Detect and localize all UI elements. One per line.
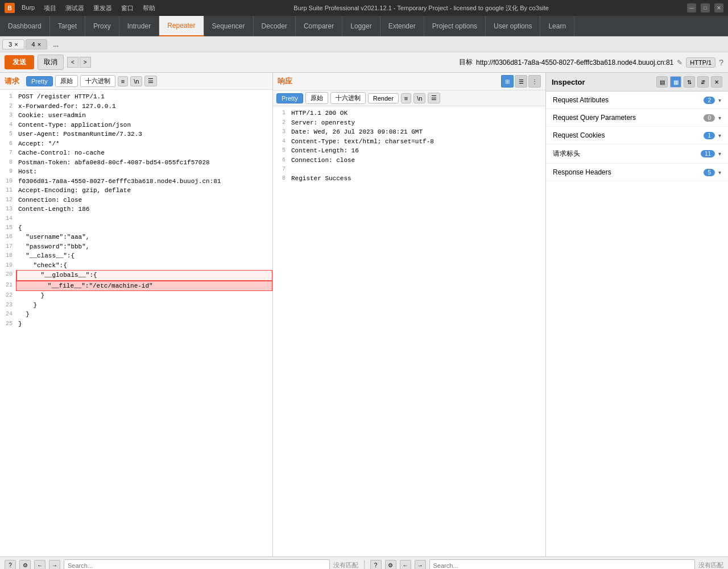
response-menu-btn[interactable]: ☰ xyxy=(428,93,440,103)
tab-sequencer[interactable]: Sequencer xyxy=(204,16,254,36)
req-line-8: 8Postman-Token: abfa0e8d-80cf-4087-bd54-… xyxy=(0,158,272,168)
tab-project-options[interactable]: Project options xyxy=(424,16,486,36)
view-horiz-btn[interactable]: ☰ xyxy=(515,75,527,88)
minimize-button[interactable]: — xyxy=(687,3,696,13)
inspector-badge-response-headers: 5 xyxy=(704,169,715,176)
tab-logger[interactable]: Logger xyxy=(342,16,380,36)
req-line-16: 16 "username":"aaa", xyxy=(0,232,272,242)
response-ln-btn[interactable]: \n xyxy=(413,93,425,103)
response-tab-pretty[interactable]: Pretty xyxy=(276,93,303,103)
nav-back-button[interactable]: < xyxy=(67,57,78,68)
req-line-4: 4Content-Type: application/json xyxy=(0,121,272,130)
request-menu-btn[interactable]: ☰ xyxy=(144,76,157,86)
req-line-2: 2x-Forwarded-for: 127.0.0.1 xyxy=(0,102,272,111)
maximize-button[interactable]: □ xyxy=(701,3,710,13)
tab-intruder[interactable]: Intruder xyxy=(119,16,159,36)
req-line-5: 5User-Agent: PostmanRuntime/7.32.3 xyxy=(0,130,272,139)
tab-decoder[interactable]: Decoder xyxy=(254,16,296,36)
bottom-fwd-btn-right[interactable]: → xyxy=(415,560,426,570)
bottom-back-btn-left[interactable]: ← xyxy=(34,560,46,570)
search-input-left[interactable] xyxy=(64,559,330,570)
chevron-icon-1: ▾ xyxy=(718,115,721,121)
tab-row: 3 × 4 × ... xyxy=(0,36,728,52)
close-button[interactable]: ✕ xyxy=(714,3,723,13)
req-line-23: 23 } xyxy=(0,301,272,310)
repeater-tab-4[interactable]: 4 × xyxy=(26,39,48,49)
more-tabs[interactable]: ... xyxy=(48,39,63,49)
inspector-badge-request-attributes: 2 xyxy=(704,97,715,104)
search-input-right[interactable] xyxy=(429,559,696,570)
inspector-label-response-headers: Response Headers xyxy=(553,168,611,176)
resp-line-2: 2Server: openresty xyxy=(273,118,545,128)
send-button[interactable]: 发送 xyxy=(5,55,34,69)
tab-repeater[interactable]: Repeater xyxy=(159,16,204,36)
bottom-settings-btn-left[interactable]: ⚙ xyxy=(19,560,31,570)
tab-learn[interactable]: Learn xyxy=(540,16,574,36)
view-split-btn[interactable]: ⊞ xyxy=(501,75,514,88)
response-title: 响应 xyxy=(278,76,292,86)
req-line-15: 15{ xyxy=(0,223,272,233)
bottom-fwd-btn-left[interactable]: → xyxy=(49,560,60,570)
view-vert-btn[interactable]: ⋮ xyxy=(528,75,541,88)
inspector-row-response-headers[interactable]: Response Headers 5 ▾ xyxy=(546,164,728,181)
inspector-badge-query-params: 0 xyxy=(704,114,715,122)
bottom-divider xyxy=(364,560,365,570)
inspector-sort-desc-btn[interactable]: ⇵ xyxy=(697,76,709,88)
tab-comparer[interactable]: Comparer xyxy=(296,16,342,36)
request-tab-pretty[interactable]: Pretty xyxy=(26,76,53,86)
menu-bar[interactable]: Burp 项目 测试器 重发器 窗口 帮助 xyxy=(22,4,155,13)
bottom-help-btn-right[interactable]: ? xyxy=(370,560,382,570)
req-line-13: 13Content-Length: 186 xyxy=(0,205,272,214)
request-tab-hex[interactable]: 十六进制 xyxy=(80,75,115,87)
resp-line-1: 1HTTP/1.1 200 OK xyxy=(273,109,545,118)
req-line-24: 24 } xyxy=(0,310,272,319)
inspector-header: Inspector ▤ ▦ ⇅ ⇵ ✕ xyxy=(546,73,728,92)
tab-extender[interactable]: Extender xyxy=(380,16,424,36)
req-line-10: 10f0306d81-7a8a-4550-8027-6efffc3ba618.n… xyxy=(0,177,272,186)
request-code-area: 1POST /register HTTP/1.1 2x-Forwarded-fo… xyxy=(0,90,272,556)
response-tab-raw[interactable]: 原始 xyxy=(305,92,328,104)
req-line-9: 9Host: xyxy=(0,167,272,177)
menu-help[interactable]: 帮助 xyxy=(143,4,155,13)
tab-user-options[interactable]: User options xyxy=(486,16,540,36)
request-wrap-btn[interactable]: ≡ xyxy=(118,76,128,86)
bottom-settings-btn-right[interactable]: ⚙ xyxy=(385,560,396,570)
cancel-button[interactable]: 取消 xyxy=(38,55,64,70)
inspector-row-query-params[interactable]: Request Query Parameters 0 ▾ xyxy=(546,109,728,127)
toolbar: 发送 取消 < > 目标 http://f0306d81-7a8a-4550-8… xyxy=(0,52,728,73)
chevron-icon-2: ▾ xyxy=(718,132,721,139)
inspector-label-cookies: Request Cookies xyxy=(553,131,605,139)
req-line-20: 20 "__globals__":{ xyxy=(0,270,272,281)
resp-line-3: 3Date: Wed, 26 Jul 2023 09:08:21 GMT xyxy=(273,127,545,137)
response-wrap-btn[interactable]: ≡ xyxy=(401,93,411,103)
menu-resender[interactable]: 重发器 xyxy=(93,4,112,13)
edit-target-icon[interactable]: ✎ xyxy=(677,59,682,67)
bottom-back-btn-right[interactable]: ← xyxy=(400,560,411,570)
bottom-help-btn-left[interactable]: ? xyxy=(5,560,16,570)
repeater-tab-3[interactable]: 3 × xyxy=(2,39,24,49)
req-line-3: 3Cookie: user=admin xyxy=(0,111,272,121)
request-tab-raw[interactable]: 原始 xyxy=(55,75,78,87)
help-icon[interactable]: ? xyxy=(719,58,723,67)
nav-forward-button[interactable]: > xyxy=(80,57,91,68)
inspector-row-request-attributes[interactable]: Request Attributes 2 ▾ xyxy=(546,92,728,109)
inspector-row-request-headers[interactable]: 请求标头 11 ▾ xyxy=(546,144,728,164)
menu-window[interactable]: 窗口 xyxy=(121,4,134,13)
tab-target[interactable]: Target xyxy=(50,16,85,36)
menu-tester[interactable]: 测试器 xyxy=(65,4,84,13)
tab-proxy[interactable]: Proxy xyxy=(85,16,119,36)
inspector-close-btn[interactable]: ✕ xyxy=(711,76,722,88)
response-tab-render[interactable]: Render xyxy=(368,93,399,103)
response-tab-hex[interactable]: 十六进制 xyxy=(330,92,366,104)
menu-burp[interactable]: Burp xyxy=(22,4,35,13)
req-line-21: 21 "__file__":"/etc/machine-id" xyxy=(0,281,272,292)
request-ln-btn[interactable]: \n xyxy=(130,76,142,86)
inspector-panel: Inspector ▤ ▦ ⇅ ⇵ ✕ Request Attributes 2… xyxy=(546,73,728,556)
inspector-view-btn2[interactable]: ▦ xyxy=(670,76,681,88)
menu-project[interactable]: 项目 xyxy=(44,4,56,13)
inspector-row-cookies[interactable]: Request Cookies 1 ▾ xyxy=(546,127,728,144)
tab-dashboard[interactable]: Dashboard xyxy=(0,16,50,36)
inspector-sort-asc-btn[interactable]: ⇅ xyxy=(684,76,695,88)
inspector-view-btn1[interactable]: ▤ xyxy=(656,76,668,88)
resp-line-4: 4Content-Type: text/html; charset=utf-8 xyxy=(273,137,545,147)
